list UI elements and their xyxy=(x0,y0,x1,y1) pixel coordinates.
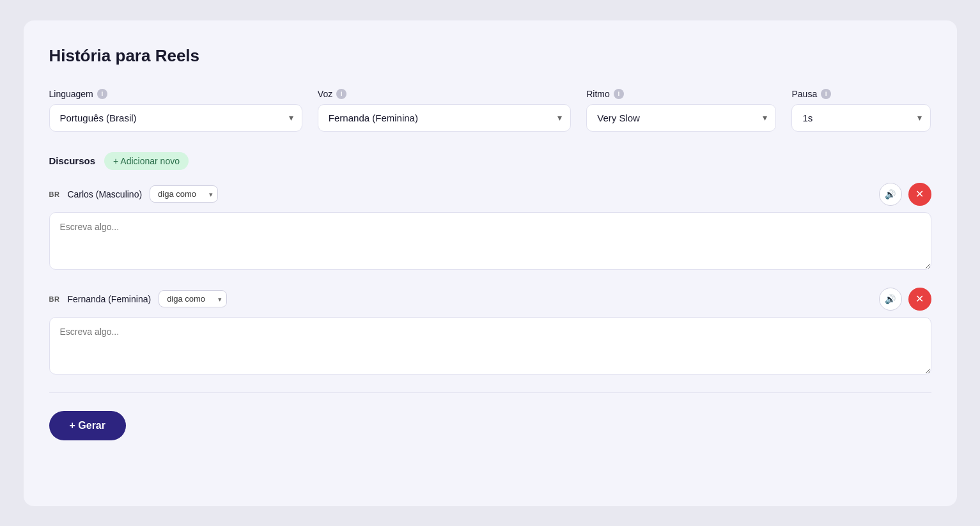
discourse-actions-2: 🔊 ✕ xyxy=(879,288,931,311)
discourse-actions-1: 🔊 ✕ xyxy=(879,183,931,206)
pausa-group: Pausa i 0.5s 1s 1.5s 2s ▾ xyxy=(791,89,931,132)
pausa-select-wrapper: 0.5s 1s 1.5s 2s ▾ xyxy=(791,104,931,132)
discourse-header-2: BR Fernanda (Feminina) diga como sussurr… xyxy=(49,288,931,311)
generate-button[interactable]: + Gerar xyxy=(49,411,126,440)
close-icon-1: ✕ xyxy=(915,188,924,200)
ritmo-group: Ritmo i Very Slow Slow Normal Fast Very … xyxy=(586,89,776,132)
linguagem-label: Linguagem i xyxy=(49,89,302,99)
pausa-label: Pausa i xyxy=(791,89,931,99)
sound-icon-1: 🔊 xyxy=(885,189,896,199)
discourse-remove-button-1[interactable]: ✕ xyxy=(908,183,931,206)
ritmo-select[interactable]: Very Slow Slow Normal Fast Very Fast xyxy=(586,104,776,132)
page-title: História para Reels xyxy=(49,46,931,66)
voz-info-icon: i xyxy=(336,89,346,99)
pausa-select[interactable]: 0.5s 1s 1.5s 2s xyxy=(791,104,931,132)
discourse-speaker-2: Fernanda (Feminina) xyxy=(67,294,151,304)
discourse-lang-badge-1: BR xyxy=(49,190,60,198)
discourse-block-2: BR Fernanda (Feminina) diga como sussurr… xyxy=(49,288,931,377)
discourse-lang-badge-2: BR xyxy=(49,295,60,303)
discourse-header-1: BR Carlos (Masculino) diga como sussurra… xyxy=(49,183,931,206)
discourse-style-select-wrapper-1: diga como sussurrado animado ▾ xyxy=(150,185,218,203)
settings-row: Linguagem i Português (Brasil) English (… xyxy=(49,89,931,132)
discourse-style-select-wrapper-2: diga como sussurrado animado ▾ xyxy=(159,290,227,307)
main-card: História para Reels Linguagem i Portuguê… xyxy=(24,20,957,506)
section-divider xyxy=(49,392,931,393)
pausa-info-icon: i xyxy=(821,89,831,99)
discourse-style-select-1[interactable]: diga como sussurrado animado xyxy=(150,185,218,203)
linguagem-select[interactable]: Português (Brasil) English (US) Español xyxy=(49,104,302,132)
add-discourse-button[interactable]: + Adicionar novo xyxy=(104,152,189,170)
discourse-textarea-1[interactable] xyxy=(49,212,931,270)
discourse-style-select-2[interactable]: diga como sussurrado animado xyxy=(159,290,227,307)
linguagem-select-wrapper: Português (Brasil) English (US) Español … xyxy=(49,104,302,132)
discourse-sound-button-1[interactable]: 🔊 xyxy=(879,183,902,206)
voz-group: Voz i Fernanda (Feminina) Carlos (Mascul… xyxy=(318,89,571,132)
discourse-speaker-1: Carlos (Masculino) xyxy=(67,189,142,199)
discursos-title: Discursos xyxy=(49,155,96,166)
close-icon-2: ✕ xyxy=(915,293,924,305)
discourse-block-1: BR Carlos (Masculino) diga como sussurra… xyxy=(49,183,931,272)
ritmo-select-wrapper: Very Slow Slow Normal Fast Very Fast ▾ xyxy=(586,104,776,132)
voz-select-wrapper: Fernanda (Feminina) Carlos (Masculino) ▾ xyxy=(318,104,571,132)
discourse-remove-button-2[interactable]: ✕ xyxy=(908,288,931,311)
linguagem-group: Linguagem i Português (Brasil) English (… xyxy=(49,89,302,132)
discursos-header: Discursos + Adicionar novo xyxy=(49,152,931,170)
voz-label: Voz i xyxy=(318,89,571,99)
ritmo-label: Ritmo i xyxy=(586,89,776,99)
discourse-sound-button-2[interactable]: 🔊 xyxy=(879,288,902,311)
voz-select[interactable]: Fernanda (Feminina) Carlos (Masculino) xyxy=(318,104,571,132)
discourse-textarea-2[interactable] xyxy=(49,317,931,375)
linguagem-info-icon: i xyxy=(97,89,107,99)
sound-icon-2: 🔊 xyxy=(885,294,896,304)
ritmo-info-icon: i xyxy=(614,89,624,99)
